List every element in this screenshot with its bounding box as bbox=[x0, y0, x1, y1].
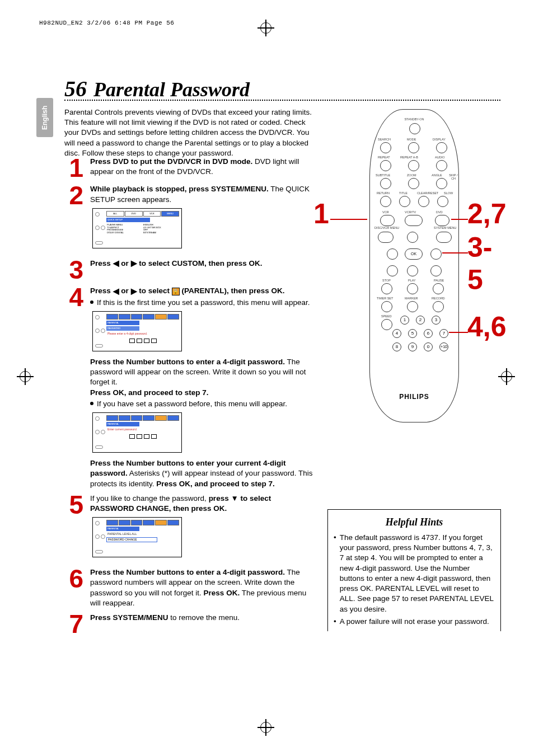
step-number: 3 bbox=[64, 259, 83, 281]
remote-diagram: STANDBY-ON SEARCH MODE DISPLAY REPEAT RE… bbox=[330, 109, 498, 422]
down-arrow-icon bbox=[407, 265, 418, 276]
remote-label: REPEAT bbox=[378, 156, 390, 159]
step-4: 4 Press ◀ or ▶ to select 🔒 (PARENTAL), t… bbox=[64, 286, 316, 489]
callout-line bbox=[449, 332, 468, 333]
number-button: 0 bbox=[424, 342, 433, 351]
step-body: Press SYSTEM/MENU to remove the menu. bbox=[90, 613, 316, 636]
hint-item: The default password is 4737. If you for… bbox=[334, 533, 495, 614]
remote-label: CLEAR/RESET bbox=[417, 191, 438, 195]
number-button: 7 bbox=[439, 329, 448, 338]
number-button: 5 bbox=[408, 329, 417, 338]
remote-label: PAUSE bbox=[434, 279, 444, 282]
step-bold: Press OK. bbox=[204, 589, 240, 597]
language-tab: English bbox=[36, 98, 53, 137]
number-button: 6 bbox=[424, 329, 433, 338]
steps-column: 1 Press DVD to put the DVD/VCR in DVD mo… bbox=[64, 157, 316, 640]
remote-label: SPEED bbox=[381, 314, 392, 318]
remote-label: MODE bbox=[407, 138, 416, 141]
step-bullet: If this is the first time you set a pass… bbox=[97, 298, 310, 308]
right-arrow-icon: ▶ bbox=[131, 259, 137, 269]
osd-col: PLAYER MENUTV ASPECTPROGRESSIVEDOLBY DIG… bbox=[106, 223, 143, 235]
callout-1: 1 bbox=[313, 198, 329, 230]
step-6: 6 Press the Number buttons to enter a 4-… bbox=[64, 567, 316, 608]
remote-label: ANGLE bbox=[432, 173, 442, 177]
osd-tab: DVD bbox=[125, 211, 143, 217]
number-button: 3 bbox=[432, 316, 441, 325]
step-text: to select CUSTOM, then press OK. bbox=[137, 259, 263, 267]
step-bold: Press the Number buttons to enter a 4-di… bbox=[90, 568, 285, 576]
step-text: to remove the menu. bbox=[168, 613, 240, 622]
remote-label: MARKER bbox=[405, 297, 418, 300]
step-body: Press ◀ or ▶ to select 🔒 (PARENTAL), the… bbox=[90, 286, 316, 489]
number-button: 9 bbox=[408, 342, 417, 351]
play-icon bbox=[407, 283, 418, 294]
osd-parental-new: PARENTAL PASSWORD Please enter a 4-digit… bbox=[92, 311, 182, 351]
step-text: If you like to change the password, bbox=[90, 494, 209, 503]
osd-bar: PARENTAL bbox=[106, 321, 139, 325]
osd-parental-current: PARENTAL Enter current password. bbox=[92, 412, 182, 453]
remote-label: VCR bbox=[382, 210, 389, 214]
skip-fwd-icon bbox=[436, 160, 447, 171]
page-title-row: 56 Parental Password bbox=[64, 76, 500, 102]
crop-mark-left bbox=[17, 368, 34, 385]
osd-tab: VCR bbox=[143, 211, 161, 217]
lock-icon: 🔒 bbox=[172, 288, 180, 295]
remote-label: STOP bbox=[382, 279, 391, 282]
remote-label: STANDBY-ON bbox=[370, 118, 458, 121]
remote-body: STANDBY-ON SEARCH MODE DISPLAY REPEAT RE… bbox=[369, 109, 459, 422]
hint-item: A power failure will not erase your pass… bbox=[334, 617, 495, 627]
remote-label: RECORD bbox=[432, 297, 445, 300]
step-number: 4 bbox=[64, 286, 83, 489]
osd-bar: PASSWORD bbox=[106, 326, 139, 331]
step-bullet: If you have set a password before, this … bbox=[97, 399, 287, 409]
remote-label: SLOW bbox=[444, 191, 453, 195]
helpful-hints: Helpful Hints The default password is 47… bbox=[327, 509, 501, 631]
step-7: 7 Press SYSTEM/MENU to remove the menu. bbox=[64, 613, 316, 636]
osd-bar: PARENTAL bbox=[106, 527, 139, 531]
right-arrow-icon bbox=[430, 248, 442, 260]
remote-label: SKIP / CH bbox=[448, 173, 458, 180]
left-arrow-icon bbox=[387, 248, 398, 260]
step-body: If you like to change the password, pres… bbox=[90, 494, 316, 563]
title-rule bbox=[64, 100, 500, 101]
step-body: While playback is stopped, press SYSTEM/… bbox=[90, 184, 316, 253]
callout-line bbox=[451, 219, 468, 220]
brand-logo: PHILIPS bbox=[370, 393, 458, 401]
skip-back-icon bbox=[436, 178, 447, 189]
forward-icon bbox=[430, 265, 442, 276]
stop-icon bbox=[381, 283, 392, 294]
osd-text: PASSWORD CHANGE bbox=[106, 537, 157, 542]
left-arrow-icon: ◀ bbox=[113, 259, 119, 269]
osd-tab: ALL bbox=[106, 211, 124, 217]
step-number: 6 bbox=[64, 567, 83, 608]
power-icon bbox=[409, 123, 420, 134]
step-bold: Press OK, and proceed to step 7. bbox=[90, 388, 209, 397]
crop-mark-bottom bbox=[257, 719, 274, 736]
left-arrow-icon: ◀ bbox=[113, 287, 119, 297]
osd-parental-menu: PARENTAL PARENTAL LEVEL ALL PASSWORD CHA… bbox=[92, 517, 182, 557]
remote-label: RETURN bbox=[377, 191, 390, 195]
remote-label: DISC/VCR MENU bbox=[374, 226, 399, 229]
osd-text: Please enter a 4-digit password. bbox=[106, 331, 179, 337]
osd-bar: QUICK SETUP bbox=[106, 218, 150, 222]
step-bold: Press the Number buttons to enter a 4-di… bbox=[90, 358, 285, 366]
step-text: or bbox=[119, 259, 131, 267]
record-icon bbox=[433, 301, 444, 312]
hints-title: Helpful Hints bbox=[334, 516, 495, 528]
step-bold: Press OK, and proceed to step 7. bbox=[156, 480, 275, 488]
remote-label: TIMER SET bbox=[377, 297, 393, 300]
callout-line bbox=[442, 252, 468, 253]
remote-label: PLAY bbox=[408, 279, 416, 282]
step-body: Press DVD to put the DVD/VCR in DVD mode… bbox=[90, 157, 316, 180]
pause-icon bbox=[433, 283, 444, 294]
ok-button: OK bbox=[405, 248, 423, 260]
page-number: 56 bbox=[64, 76, 87, 102]
osd-tab: MENU bbox=[161, 211, 179, 217]
rewind-icon bbox=[387, 265, 398, 276]
step-1: 1 Press DVD to put the DVD/VCR in DVD mo… bbox=[64, 157, 316, 180]
step-3: 3 Press ◀ or ▶ to select CUSTOM, then pr… bbox=[64, 259, 316, 281]
intro-paragraph: Parental Controls prevents viewing of DV… bbox=[64, 107, 316, 158]
remote-label: VCR/TV bbox=[405, 210, 416, 214]
callout-4-6: 4,6 bbox=[467, 311, 507, 343]
step-text: Press bbox=[90, 259, 113, 267]
